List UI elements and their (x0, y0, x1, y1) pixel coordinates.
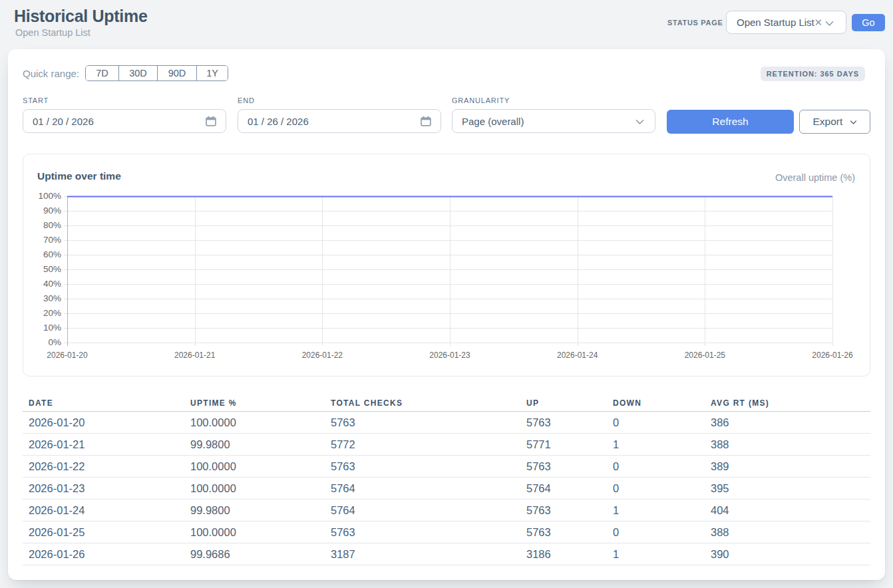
svg-text:2026-01-23: 2026-01-23 (429, 351, 470, 360)
svg-text:0%: 0% (48, 337, 61, 347)
svg-text:60%: 60% (43, 249, 61, 259)
svg-text:20%: 20% (43, 308, 61, 318)
svg-text:2026-01-25: 2026-01-25 (685, 351, 726, 360)
svg-text:100%: 100% (38, 191, 61, 201)
svg-text:2026-01-26: 2026-01-26 (812, 351, 853, 360)
svg-text:2026-01-21: 2026-01-21 (174, 351, 216, 360)
svg-text:2026-01-24: 2026-01-24 (557, 351, 598, 360)
svg-text:50%: 50% (43, 264, 61, 274)
svg-text:30%: 30% (43, 293, 61, 303)
svg-text:2026-01-20: 2026-01-20 (47, 351, 88, 360)
svg-text:90%: 90% (43, 206, 61, 216)
svg-text:70%: 70% (43, 235, 61, 245)
svg-text:2026-01-22: 2026-01-22 (302, 351, 343, 360)
svg-text:80%: 80% (43, 220, 61, 230)
svg-text:10%: 10% (43, 323, 61, 333)
svg-text:40%: 40% (43, 279, 61, 289)
